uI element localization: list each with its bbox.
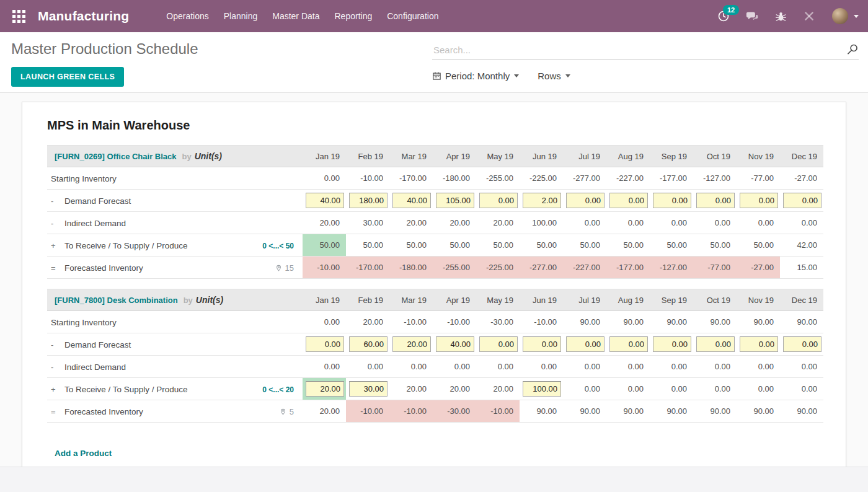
forecast-cell bbox=[563, 190, 606, 212]
nav-menu-reporting[interactable]: Reporting bbox=[327, 6, 380, 26]
product-title-link[interactable]: [FURN_0269] Office Chair BlackbyUnit(s) bbox=[47, 146, 303, 167]
main-menu: Operations Planning Master Data Reportin… bbox=[159, 6, 446, 26]
value-cell: 0.00 bbox=[650, 212, 693, 234]
value-cell: -30.00 bbox=[433, 400, 476, 423]
rows-dropdown[interactable]: Rows bbox=[538, 71, 570, 81]
forecast-cell bbox=[693, 190, 737, 212]
search-bar bbox=[432, 42, 859, 60]
mps-value-input[interactable] bbox=[783, 193, 822, 208]
row-label: Forecasted Inventory bbox=[64, 263, 143, 273]
mps-value-input[interactable] bbox=[566, 336, 604, 352]
value-cell: 0.00 bbox=[303, 311, 346, 333]
mps-value-input[interactable] bbox=[609, 336, 648, 352]
mps-value-input[interactable] bbox=[349, 336, 388, 352]
activity-clock-icon[interactable]: 12 bbox=[709, 10, 738, 22]
mps-value-input[interactable] bbox=[306, 381, 344, 397]
mps-value-input[interactable] bbox=[436, 336, 474, 352]
user-avatar[interactable] bbox=[832, 8, 848, 24]
mps-value-input[interactable] bbox=[306, 336, 344, 352]
bug-icon[interactable] bbox=[767, 11, 795, 22]
uom-label: Unit(s) bbox=[195, 151, 222, 161]
mps-value-input[interactable] bbox=[740, 193, 778, 208]
forecast-cell bbox=[737, 333, 780, 356]
mps-value-input[interactable] bbox=[653, 193, 691, 208]
row-label-cell: Starting Inventory bbox=[47, 311, 247, 333]
period-filter-dropdown[interactable]: Period: Monthly bbox=[432, 71, 519, 81]
value-cell: 0.00 bbox=[563, 378, 606, 400]
mps-value-input[interactable] bbox=[523, 193, 561, 208]
row-label: Forecasted Inventory bbox=[64, 407, 143, 416]
mps-value-input[interactable] bbox=[479, 336, 518, 352]
value-cell: -177.00 bbox=[650, 167, 693, 190]
row-label-cell: -Demand Forecast bbox=[47, 190, 247, 212]
mps-value-input[interactable] bbox=[523, 336, 561, 352]
month-header: Oct 19 bbox=[693, 146, 737, 167]
mps-value-input[interactable] bbox=[653, 336, 691, 352]
mps-value-input[interactable] bbox=[783, 336, 822, 352]
app-title[interactable]: Manufacturing bbox=[38, 9, 129, 24]
value-cell: -10.00 bbox=[346, 167, 389, 190]
value-cell: 50.00 bbox=[476, 234, 520, 257]
forecast-cell bbox=[433, 333, 476, 356]
mps-row-demand: -Demand Forecast bbox=[47, 333, 823, 356]
row-label-cell: Starting Inventory bbox=[47, 167, 247, 190]
value-cell: 42.00 bbox=[780, 234, 823, 257]
mps-value-input[interactable] bbox=[609, 193, 648, 208]
month-header: Dec 19 bbox=[780, 146, 823, 167]
row-label: To Receive / To Supply / Produce bbox=[64, 241, 188, 250]
nav-menu-configuration[interactable]: Configuration bbox=[379, 6, 446, 26]
indicator-cell: 5 bbox=[247, 400, 303, 423]
mps-sheet: MPS in Main Warehouse [FURN_0269] Office… bbox=[22, 102, 846, 467]
month-header: Sep 19 bbox=[650, 289, 693, 311]
add-product-link[interactable]: Add a Product bbox=[55, 449, 112, 458]
month-header: May 19 bbox=[476, 289, 520, 311]
value-cell: -277.00 bbox=[563, 167, 606, 190]
launch-green-cells-button[interactable]: LAUNCH GREEN CELLS bbox=[11, 67, 124, 87]
value-cell: 90.00 bbox=[737, 400, 780, 423]
product-title-link[interactable]: [FURN_7800] Desk CombinationbyUnit(s) bbox=[47, 289, 303, 311]
mps-value-input[interactable] bbox=[696, 193, 735, 208]
supply-range: 0 <...< 50 bbox=[262, 242, 294, 250]
mps-row-forecasted: =Forecasted Inventory15-10.00-170.00-180… bbox=[47, 257, 823, 279]
apps-grid-icon[interactable] bbox=[12, 10, 25, 23]
nav-menu-master-data[interactable]: Master Data bbox=[265, 6, 327, 26]
search-icon[interactable] bbox=[846, 43, 859, 58]
search-input[interactable] bbox=[432, 42, 859, 59]
indicator-cell bbox=[247, 356, 303, 378]
row-label: Indirect Demand bbox=[64, 219, 126, 228]
indicator-cell: 0 <...< 20 bbox=[247, 378, 303, 400]
mps-value-input[interactable] bbox=[696, 336, 735, 352]
row-operator: - bbox=[51, 340, 60, 349]
mps-value-input[interactable] bbox=[566, 193, 604, 208]
sheet-title: MPS in Main Warehouse bbox=[47, 118, 822, 133]
value-cell: 0.00 bbox=[476, 356, 520, 378]
mps-value-input[interactable] bbox=[392, 193, 431, 208]
mps-value-input[interactable] bbox=[306, 193, 344, 208]
messages-icon[interactable] bbox=[738, 10, 767, 23]
mps-value-input[interactable] bbox=[349, 381, 388, 397]
value-cell: 0.00 bbox=[780, 212, 823, 234]
support-tools-icon[interactable] bbox=[795, 10, 823, 22]
row-label: Starting Inventory bbox=[51, 318, 117, 327]
mps-value-input[interactable] bbox=[392, 336, 431, 352]
value-cell: 0.00 bbox=[346, 356, 389, 378]
indicator-cell bbox=[247, 167, 303, 190]
mps-value-input[interactable] bbox=[436, 193, 474, 208]
mps-value-input[interactable] bbox=[479, 193, 518, 208]
nav-menu-operations[interactable]: Operations bbox=[159, 6, 216, 26]
user-menu-caret-icon[interactable] bbox=[854, 15, 859, 18]
month-header: Mar 19 bbox=[389, 289, 433, 311]
indicator-cell bbox=[247, 212, 303, 234]
month-header: Jun 19 bbox=[520, 289, 563, 311]
mps-value-input[interactable] bbox=[349, 193, 388, 208]
value-cell: -170.00 bbox=[346, 257, 389, 279]
mps-value-input[interactable] bbox=[740, 336, 778, 352]
nav-menu-planning[interactable]: Planning bbox=[216, 6, 265, 26]
month-header: Feb 19 bbox=[346, 289, 389, 311]
by-label: by bbox=[184, 296, 193, 305]
value-cell: 0.00 bbox=[650, 356, 693, 378]
row-label: Demand Forecast bbox=[64, 196, 131, 206]
mps-value-input[interactable] bbox=[523, 381, 561, 397]
value-cell: 90.00 bbox=[563, 311, 606, 333]
forecast-cell bbox=[433, 190, 476, 212]
